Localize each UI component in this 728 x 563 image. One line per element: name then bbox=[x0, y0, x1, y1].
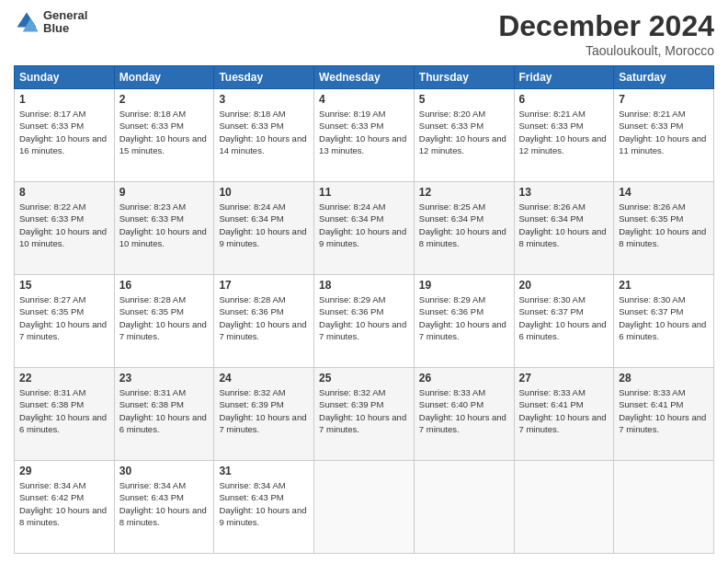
location: Taouloukoult, Morocco bbox=[498, 43, 714, 58]
calendar-cell: 7Sunrise: 8:21 AMSunset: 6:33 PMDaylight… bbox=[614, 89, 714, 182]
logo-text: General Blue bbox=[43, 9, 87, 36]
day-number: 14 bbox=[619, 186, 709, 199]
day-info: Sunrise: 8:30 AMSunset: 6:37 PMDaylight:… bbox=[619, 293, 709, 342]
calendar-cell: 26Sunrise: 8:33 AMSunset: 6:40 PMDayligh… bbox=[414, 368, 514, 461]
day-info: Sunrise: 8:19 AMSunset: 6:33 PMDaylight:… bbox=[319, 108, 409, 156]
day-number: 22 bbox=[19, 372, 109, 385]
day-info: Sunrise: 8:26 AMSunset: 6:35 PMDaylight:… bbox=[619, 201, 709, 249]
calendar-cell: 28Sunrise: 8:33 AMSunset: 6:41 PMDayligh… bbox=[614, 368, 714, 461]
day-info: Sunrise: 8:33 AMSunset: 6:40 PMDaylight:… bbox=[419, 386, 509, 435]
calendar-cell: 1Sunrise: 8:17 AMSunset: 6:33 PMDaylight… bbox=[15, 89, 115, 182]
day-info: Sunrise: 8:34 AMSunset: 6:42 PMDaylight:… bbox=[19, 479, 109, 528]
day-number: 16 bbox=[119, 279, 210, 292]
col-header-thursday: Thursday bbox=[414, 66, 514, 89]
day-info: Sunrise: 8:28 AMSunset: 6:35 PMDaylight:… bbox=[119, 293, 210, 342]
calendar-table: SundayMondayTuesdayWednesdayThursdayFrid… bbox=[14, 65, 714, 554]
day-number: 23 bbox=[119, 372, 210, 385]
day-info: Sunrise: 8:20 AMSunset: 6:33 PMDaylight:… bbox=[419, 108, 509, 156]
day-info: Sunrise: 8:27 AMSunset: 6:35 PMDaylight:… bbox=[19, 293, 109, 342]
day-number: 5 bbox=[419, 93, 509, 106]
day-info: Sunrise: 8:24 AMSunset: 6:34 PMDaylight:… bbox=[319, 201, 409, 249]
calendar-cell: 22Sunrise: 8:31 AMSunset: 6:38 PMDayligh… bbox=[15, 368, 115, 461]
day-number: 21 bbox=[619, 279, 709, 292]
header: General Blue December 2024 Taouloukoult,… bbox=[14, 9, 714, 58]
calendar-cell: 15Sunrise: 8:27 AMSunset: 6:35 PMDayligh… bbox=[15, 275, 115, 368]
day-info: Sunrise: 8:31 AMSunset: 6:38 PMDaylight:… bbox=[119, 386, 210, 435]
calendar-cell bbox=[514, 461, 614, 554]
day-number: 8 bbox=[19, 186, 109, 199]
day-number: 24 bbox=[219, 372, 309, 385]
day-info: Sunrise: 8:22 AMSunset: 6:33 PMDaylight:… bbox=[19, 201, 109, 249]
calendar-cell: 23Sunrise: 8:31 AMSunset: 6:38 PMDayligh… bbox=[114, 368, 214, 461]
calendar-cell: 17Sunrise: 8:28 AMSunset: 6:36 PMDayligh… bbox=[214, 275, 314, 368]
day-number: 28 bbox=[619, 372, 709, 385]
logo-line2: Blue bbox=[43, 22, 87, 35]
day-info: Sunrise: 8:26 AMSunset: 6:34 PMDaylight:… bbox=[519, 201, 609, 249]
day-number: 4 bbox=[319, 93, 409, 106]
day-info: Sunrise: 8:32 AMSunset: 6:39 PMDaylight:… bbox=[219, 386, 309, 435]
day-number: 25 bbox=[319, 372, 409, 385]
col-header-tuesday: Tuesday bbox=[214, 66, 314, 89]
day-number: 13 bbox=[519, 186, 609, 199]
day-info: Sunrise: 8:32 AMSunset: 6:39 PMDaylight:… bbox=[319, 386, 409, 435]
calendar-cell bbox=[314, 461, 415, 554]
col-header-saturday: Saturday bbox=[614, 66, 714, 89]
calendar-cell: 4Sunrise: 8:19 AMSunset: 6:33 PMDaylight… bbox=[314, 89, 415, 182]
logo-icon bbox=[14, 9, 40, 35]
calendar-cell: 2Sunrise: 8:18 AMSunset: 6:33 PMDaylight… bbox=[114, 89, 214, 182]
calendar-cell: 25Sunrise: 8:32 AMSunset: 6:39 PMDayligh… bbox=[314, 368, 415, 461]
day-number: 15 bbox=[19, 279, 109, 292]
day-number: 3 bbox=[219, 93, 309, 106]
day-number: 18 bbox=[319, 279, 409, 292]
day-info: Sunrise: 8:18 AMSunset: 6:33 PMDaylight:… bbox=[219, 108, 309, 156]
calendar-cell: 19Sunrise: 8:29 AMSunset: 6:36 PMDayligh… bbox=[414, 275, 514, 368]
logo: General Blue bbox=[14, 9, 87, 36]
page: General Blue December 2024 Taouloukoult,… bbox=[0, 0, 728, 563]
calendar-cell: 11Sunrise: 8:24 AMSunset: 6:34 PMDayligh… bbox=[314, 182, 415, 275]
day-info: Sunrise: 8:34 AMSunset: 6:43 PMDaylight:… bbox=[219, 479, 309, 528]
title-block: December 2024 Taouloukoult, Morocco bbox=[498, 9, 714, 58]
day-info: Sunrise: 8:23 AMSunset: 6:33 PMDaylight:… bbox=[119, 201, 210, 249]
day-info: Sunrise: 8:33 AMSunset: 6:41 PMDaylight:… bbox=[519, 386, 609, 435]
col-header-friday: Friday bbox=[514, 66, 614, 89]
calendar-cell: 20Sunrise: 8:30 AMSunset: 6:37 PMDayligh… bbox=[514, 275, 614, 368]
day-info: Sunrise: 8:21 AMSunset: 6:33 PMDaylight:… bbox=[619, 108, 709, 156]
calendar-cell: 9Sunrise: 8:23 AMSunset: 6:33 PMDaylight… bbox=[114, 182, 214, 275]
calendar-cell bbox=[414, 461, 514, 554]
day-info: Sunrise: 8:33 AMSunset: 6:41 PMDaylight:… bbox=[619, 386, 709, 435]
calendar-cell: 14Sunrise: 8:26 AMSunset: 6:35 PMDayligh… bbox=[614, 182, 714, 275]
day-info: Sunrise: 8:25 AMSunset: 6:34 PMDaylight:… bbox=[419, 201, 509, 249]
day-info: Sunrise: 8:24 AMSunset: 6:34 PMDaylight:… bbox=[219, 201, 309, 249]
calendar-cell: 24Sunrise: 8:32 AMSunset: 6:39 PMDayligh… bbox=[214, 368, 314, 461]
day-number: 19 bbox=[419, 279, 509, 292]
day-number: 11 bbox=[319, 186, 409, 199]
calendar-cell bbox=[614, 461, 714, 554]
day-number: 30 bbox=[119, 465, 210, 477]
calendar-cell: 27Sunrise: 8:33 AMSunset: 6:41 PMDayligh… bbox=[514, 368, 614, 461]
calendar-cell: 6Sunrise: 8:21 AMSunset: 6:33 PMDaylight… bbox=[514, 89, 614, 182]
day-number: 31 bbox=[219, 465, 309, 477]
day-info: Sunrise: 8:21 AMSunset: 6:33 PMDaylight:… bbox=[519, 108, 609, 156]
day-number: 20 bbox=[519, 279, 609, 292]
day-info: Sunrise: 8:18 AMSunset: 6:33 PMDaylight:… bbox=[119, 108, 210, 156]
day-number: 12 bbox=[419, 186, 509, 199]
day-info: Sunrise: 8:34 AMSunset: 6:43 PMDaylight:… bbox=[119, 479, 210, 528]
calendar-cell: 21Sunrise: 8:30 AMSunset: 6:37 PMDayligh… bbox=[614, 275, 714, 368]
day-number: 9 bbox=[119, 186, 210, 199]
day-info: Sunrise: 8:30 AMSunset: 6:37 PMDaylight:… bbox=[519, 293, 609, 342]
day-info: Sunrise: 8:17 AMSunset: 6:33 PMDaylight:… bbox=[19, 108, 109, 156]
day-number: 2 bbox=[119, 93, 210, 106]
day-info: Sunrise: 8:31 AMSunset: 6:38 PMDaylight:… bbox=[19, 386, 109, 435]
day-info: Sunrise: 8:29 AMSunset: 6:36 PMDaylight:… bbox=[419, 293, 509, 342]
col-header-sunday: Sunday bbox=[15, 66, 115, 89]
logo-line1: General bbox=[43, 9, 87, 22]
calendar-cell: 12Sunrise: 8:25 AMSunset: 6:34 PMDayligh… bbox=[414, 182, 514, 275]
day-info: Sunrise: 8:28 AMSunset: 6:36 PMDaylight:… bbox=[219, 293, 309, 342]
col-header-monday: Monday bbox=[114, 66, 214, 89]
day-info: Sunrise: 8:29 AMSunset: 6:36 PMDaylight:… bbox=[319, 293, 409, 342]
day-number: 27 bbox=[519, 372, 609, 385]
calendar-cell: 5Sunrise: 8:20 AMSunset: 6:33 PMDaylight… bbox=[414, 89, 514, 182]
col-header-wednesday: Wednesday bbox=[314, 66, 415, 89]
calendar-cell: 31Sunrise: 8:34 AMSunset: 6:43 PMDayligh… bbox=[214, 461, 314, 554]
calendar-cell: 30Sunrise: 8:34 AMSunset: 6:43 PMDayligh… bbox=[114, 461, 214, 554]
